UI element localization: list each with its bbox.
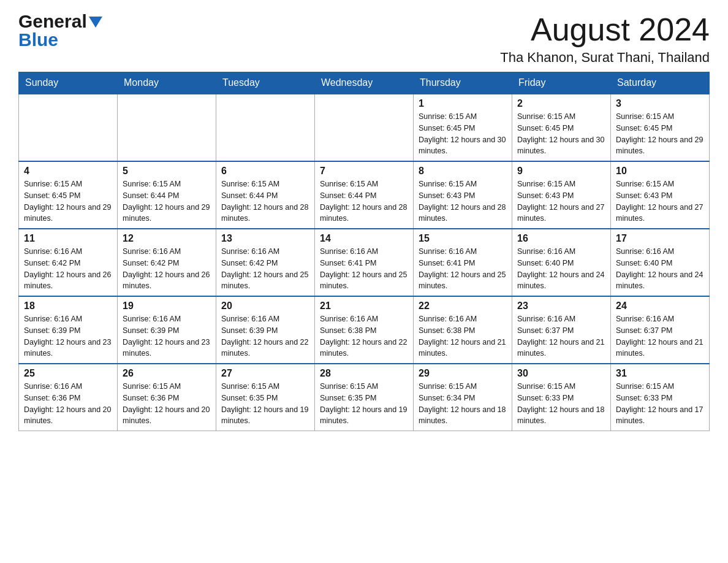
calendar-cell: 16Sunrise: 6:16 AMSunset: 6:40 PMDayligh… [512,229,611,296]
day-info: Sunrise: 6:16 AMSunset: 6:38 PMDaylight:… [419,313,507,359]
day-info: Sunrise: 6:16 AMSunset: 6:39 PMDaylight:… [24,313,112,359]
day-number: 30 [517,368,605,379]
calendar-cell: 19Sunrise: 6:16 AMSunset: 6:39 PMDayligh… [118,296,216,364]
calendar-cell [19,94,118,161]
day-number: 8 [419,166,507,177]
day-number: 24 [616,301,704,312]
logo-blue-text: Blue [18,29,58,50]
calendar-cell: 10Sunrise: 6:15 AMSunset: 6:43 PMDayligh… [611,161,710,229]
calendar-cell [216,94,315,161]
day-number: 18 [24,301,112,312]
calendar-cell: 25Sunrise: 6:16 AMSunset: 6:36 PMDayligh… [19,364,118,431]
day-info: Sunrise: 6:15 AMSunset: 6:44 PMDaylight:… [320,178,408,224]
week-row-4: 18Sunrise: 6:16 AMSunset: 6:39 PMDayligh… [19,296,710,364]
calendar-cell: 9Sunrise: 6:15 AMSunset: 6:43 PMDaylight… [512,161,611,229]
calendar-cell: 27Sunrise: 6:15 AMSunset: 6:35 PMDayligh… [216,364,315,431]
calendar-cell: 31Sunrise: 6:15 AMSunset: 6:33 PMDayligh… [611,364,710,431]
calendar-cell: 1Sunrise: 6:15 AMSunset: 6:45 PMDaylight… [414,94,512,161]
day-info: Sunrise: 6:15 AMSunset: 6:34 PMDaylight:… [419,381,507,427]
day-number: 26 [123,368,211,379]
month-title: August 2024 [500,12,710,47]
day-number: 12 [123,233,211,244]
day-info: Sunrise: 6:16 AMSunset: 6:42 PMDaylight:… [221,246,309,292]
day-number: 29 [419,368,507,379]
calendar-cell: 23Sunrise: 6:16 AMSunset: 6:37 PMDayligh… [512,296,611,364]
week-row-2: 4Sunrise: 6:15 AMSunset: 6:45 PMDaylight… [19,161,710,229]
day-number: 10 [616,166,704,177]
calendar-cell: 18Sunrise: 6:16 AMSunset: 6:39 PMDayligh… [19,296,118,364]
header-day-thursday: Thursday [414,72,512,94]
day-info: Sunrise: 6:15 AMSunset: 6:45 PMDaylight:… [24,178,112,224]
day-info: Sunrise: 6:16 AMSunset: 6:39 PMDaylight:… [221,313,309,359]
day-number: 27 [221,368,309,379]
day-number: 23 [517,301,605,312]
svg-marker-0 [89,17,102,28]
day-number: 9 [517,166,605,177]
calendar-cell: 11Sunrise: 6:16 AMSunset: 6:42 PMDayligh… [19,229,118,296]
calendar-cell: 24Sunrise: 6:16 AMSunset: 6:37 PMDayligh… [611,296,710,364]
header-row: SundayMondayTuesdayWednesdayThursdayFrid… [19,72,710,94]
day-number: 17 [616,233,704,244]
day-info: Sunrise: 6:15 AMSunset: 6:44 PMDaylight:… [123,178,211,224]
calendar-cell: 6Sunrise: 6:15 AMSunset: 6:44 PMDaylight… [216,161,315,229]
calendar-cell: 28Sunrise: 6:15 AMSunset: 6:35 PMDayligh… [315,364,414,431]
day-info: Sunrise: 6:16 AMSunset: 6:37 PMDaylight:… [517,313,605,359]
calendar-cell: 3Sunrise: 6:15 AMSunset: 6:45 PMDaylight… [611,94,710,161]
calendar-cell [118,94,216,161]
day-info: Sunrise: 6:15 AMSunset: 6:43 PMDaylight:… [616,178,704,224]
day-number: 19 [123,301,211,312]
calendar-table: SundayMondayTuesdayWednesdayThursdayFrid… [18,72,710,431]
day-number: 21 [320,301,408,312]
day-info: Sunrise: 6:16 AMSunset: 6:41 PMDaylight:… [419,246,507,292]
calendar-cell: 7Sunrise: 6:15 AMSunset: 6:44 PMDaylight… [315,161,414,229]
day-info: Sunrise: 6:16 AMSunset: 6:37 PMDaylight:… [616,313,704,359]
day-number: 2 [517,98,605,109]
day-number: 15 [419,233,507,244]
week-row-3: 11Sunrise: 6:16 AMSunset: 6:42 PMDayligh… [19,229,710,296]
header-day-saturday: Saturday [611,72,710,94]
day-info: Sunrise: 6:15 AMSunset: 6:45 PMDaylight:… [616,111,704,157]
day-number: 28 [320,368,408,379]
day-info: Sunrise: 6:15 AMSunset: 6:33 PMDaylight:… [517,381,605,427]
day-info: Sunrise: 6:16 AMSunset: 6:40 PMDaylight:… [616,246,704,292]
location-title: Tha Khanon, Surat Thani, Thailand [500,50,710,66]
calendar-cell: 21Sunrise: 6:16 AMSunset: 6:38 PMDayligh… [315,296,414,364]
header-day-wednesday: Wednesday [315,72,414,94]
calendar-cell: 12Sunrise: 6:16 AMSunset: 6:42 PMDayligh… [118,229,216,296]
day-info: Sunrise: 6:15 AMSunset: 6:43 PMDaylight:… [517,178,605,224]
logo-triangle-icon [89,17,102,28]
calendar-cell: 20Sunrise: 6:16 AMSunset: 6:39 PMDayligh… [216,296,315,364]
day-number: 25 [24,368,112,379]
day-info: Sunrise: 6:15 AMSunset: 6:35 PMDaylight:… [320,381,408,427]
week-row-1: 1Sunrise: 6:15 AMSunset: 6:45 PMDaylight… [19,94,710,161]
calendar-cell: 8Sunrise: 6:15 AMSunset: 6:43 PMDaylight… [414,161,512,229]
day-info: Sunrise: 6:15 AMSunset: 6:35 PMDaylight:… [221,381,309,427]
day-info: Sunrise: 6:15 AMSunset: 6:45 PMDaylight:… [419,111,507,157]
title-area: August 2024 Tha Khanon, Surat Thani, Tha… [500,12,710,66]
header-day-monday: Monday [118,72,216,94]
day-info: Sunrise: 6:16 AMSunset: 6:41 PMDaylight:… [320,246,408,292]
calendar-cell: 4Sunrise: 6:15 AMSunset: 6:45 PMDaylight… [19,161,118,229]
calendar-cell: 13Sunrise: 6:16 AMSunset: 6:42 PMDayligh… [216,229,315,296]
day-info: Sunrise: 6:16 AMSunset: 6:42 PMDaylight:… [24,246,112,292]
day-number: 11 [24,233,112,244]
calendar-cell: 29Sunrise: 6:15 AMSunset: 6:34 PMDayligh… [414,364,512,431]
day-number: 14 [320,233,408,244]
calendar-cell: 5Sunrise: 6:15 AMSunset: 6:44 PMDaylight… [118,161,216,229]
day-info: Sunrise: 6:15 AMSunset: 6:33 PMDaylight:… [616,381,704,427]
day-number: 6 [221,166,309,177]
day-number: 22 [419,301,507,312]
day-info: Sunrise: 6:15 AMSunset: 6:44 PMDaylight:… [221,178,309,224]
week-row-5: 25Sunrise: 6:16 AMSunset: 6:36 PMDayligh… [19,364,710,431]
day-number: 7 [320,166,408,177]
calendar-cell: 17Sunrise: 6:16 AMSunset: 6:40 PMDayligh… [611,229,710,296]
day-number: 13 [221,233,309,244]
day-number: 31 [616,368,704,379]
day-info: Sunrise: 6:16 AMSunset: 6:39 PMDaylight:… [123,313,211,359]
day-number: 16 [517,233,605,244]
header: General Blue August 2024 Tha Khanon, Sur… [18,12,710,66]
day-info: Sunrise: 6:15 AMSunset: 6:43 PMDaylight:… [419,178,507,224]
calendar-cell: 15Sunrise: 6:16 AMSunset: 6:41 PMDayligh… [414,229,512,296]
day-number: 1 [419,98,507,109]
calendar-cell: 14Sunrise: 6:16 AMSunset: 6:41 PMDayligh… [315,229,414,296]
